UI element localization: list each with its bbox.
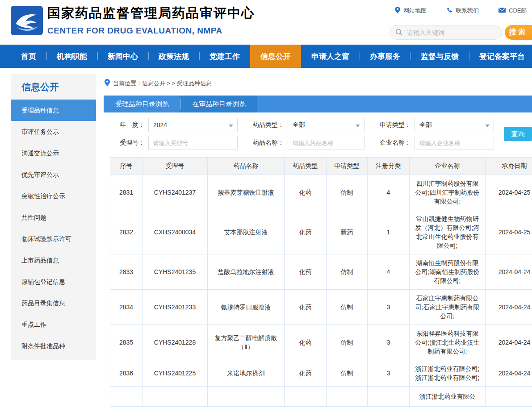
table-cell: 浙江浙北药业有限公司;浙江浙北药业有限公司; [410, 360, 486, 387]
sidebar-item-clinical-trial-implied-license[interactable]: 临床试验默示许可 [11, 228, 96, 250]
table-cell: 2024-04-25 [486, 175, 532, 210]
drug-type-field: 药品类型： 全部 [249, 118, 364, 132]
top-link-site-map[interactable]: 网站地图 [395, 7, 427, 15]
breadcrumb: 当前位置：信息公开 > > 受理品种信息 [105, 79, 532, 87]
top-link-label: CDE邮 [509, 7, 527, 15]
table-cell: CYHS2401237 [142, 175, 208, 210]
sidebar-item-marketed-drugs[interactable]: 上市药品信息 [11, 250, 96, 271]
table-cell: 3 [368, 290, 410, 325]
accept-no-input[interactable] [148, 136, 238, 150]
mail-icon [498, 7, 506, 15]
company-input[interactable] [415, 136, 494, 150]
table-cell: 2833 [110, 254, 142, 290]
drug-name-field: 药品名称： [249, 136, 364, 150]
nav-item-news-center[interactable]: 新闻中心 [97, 45, 148, 68]
table-row: 浙江浙北药业有限公 [110, 387, 532, 407]
tab-accepted-catalog[interactable]: 受理品种目录浏览 [104, 96, 180, 112]
sidebar-item-excipients-registration[interactable]: 原辅包登记信息 [11, 271, 96, 292]
search-input[interactable] [390, 25, 502, 39]
table-cell: 4 [368, 254, 410, 290]
sidebar-item-communication[interactable]: 沟通交流公示 [11, 142, 96, 164]
table-cell: 2831 [110, 175, 142, 210]
top-link-contact-us[interactable]: 联系我们 [446, 7, 479, 15]
table-cell: 化药 [285, 325, 327, 360]
sidebar-item-key-work[interactable]: 重点工作 [11, 314, 96, 335]
sidebar-item-drug-catalog[interactable]: 药品目录集信息 [11, 292, 96, 314]
sidebar-item-common-issues[interactable]: 共性问题 [11, 207, 96, 228]
results-table: 序号受理号药品名称药品类型申请类型注册分类企业名称承办日期 2831CYHS24… [110, 157, 532, 407]
table-cell: 浙江浙北药业有限公 [410, 387, 486, 407]
table-cell [142, 387, 208, 407]
year-select[interactable]: 2024 [148, 118, 238, 132]
column-header: 药品类型 [285, 158, 327, 175]
nav-item-supervision-feedback[interactable]: 监督与反馈 [411, 45, 469, 68]
apply-type-field: 申请类型： 全部 [376, 118, 494, 132]
tab-under-review-catalog[interactable]: 在审品种目录浏览 [180, 96, 257, 112]
apply-type-label: 申请类型： [376, 121, 411, 129]
drug-name-input[interactable] [288, 136, 364, 150]
table-cell: 仿制 [327, 325, 368, 360]
table-cell: 1 [368, 210, 410, 254]
table-cell: 四川汇宇制药股份有限公司;四川汇宇制药股份有限公司; [410, 175, 486, 210]
table-cell: 2024-04-24 [486, 325, 532, 360]
table-cell: 化药 [285, 290, 327, 325]
nav-item-applicant-window[interactable]: 申请人之窗 [301, 45, 360, 68]
content: 信息公开 受理品种信息审评任务公示沟通交流公示优先审评公示突破性治疗公示共性问题… [0, 68, 532, 407]
drug-type-label: 药品类型： [249, 121, 284, 129]
table-row: 2831CYHS2401237羧基麦芽糖铁注射液化药仿制4四川汇宇制药股份有限公… [110, 175, 532, 210]
main-nav: 首页机构职能新闻中心政策法规党建工作信息公开申请人之窗办事服务监督与反馈登记备案… [0, 45, 532, 68]
table-cell: 米诺地尔搽剂 [208, 360, 285, 387]
nav-item-registration-platform[interactable]: 登记备案平台 [469, 45, 532, 68]
table-cell: 2024-04-24 [486, 360, 532, 387]
nav-item-policies-regulations[interactable]: 政策法规 [148, 45, 199, 68]
table-cell: 化药 [285, 175, 327, 210]
chevron-down-icon [229, 125, 233, 127]
nav-item-party-building[interactable]: 党建工作 [199, 45, 250, 68]
column-header: 药品名称 [208, 158, 285, 175]
table-cell: CYHS2401228 [142, 325, 208, 360]
query-button[interactable]: 查询 [504, 127, 532, 141]
table-cell: 2835 [110, 325, 142, 360]
sidebar-item-breakthrough-therapy[interactable]: 突破性治疗公示 [11, 185, 96, 207]
table-cell: 2024-04-24 [486, 254, 532, 290]
sidebar-item-review-tasks[interactable]: 审评任务公示 [11, 121, 96, 142]
table-cell: 2832 [110, 210, 142, 254]
table-cell: 新药 [327, 210, 368, 254]
drug-type-select[interactable]: 全部 [288, 118, 364, 132]
cde-logo[interactable] [11, 6, 43, 35]
column-header: 注册分类 [368, 158, 410, 175]
search-button[interactable]: 搜索 [505, 25, 532, 40]
map-pin-icon [395, 7, 400, 15]
table-cell: 仿制 [327, 290, 368, 325]
table-cell: 4 [368, 175, 410, 210]
company-label: 企业名称： [376, 139, 411, 147]
nav-item-home[interactable]: 首页 [11, 45, 46, 68]
chevron-down-icon [356, 125, 360, 127]
table-cell: 湖南恒生制药股份有限公司;湖南恒生制药股份有限公司; [410, 254, 486, 290]
sidebar-item-accepted-varieties[interactable]: 受理品种信息 [11, 100, 96, 121]
filter-row-1: 年 度： 2024 药品类型： 全部 [110, 118, 494, 132]
results-table-wrap: 序号受理号药品名称药品类型申请类型注册分类企业名称承办日期 2831CYHS24… [110, 157, 532, 407]
column-header: 承办日期 [486, 158, 532, 175]
table-cell: 2024-04-25 [486, 210, 532, 254]
table-cell [285, 387, 327, 407]
table-cell: CYHS2401235 [142, 254, 208, 290]
apply-type-select[interactable]: 全部 [415, 118, 494, 132]
table-cell: 化药 [285, 254, 327, 290]
table-cell: 2024-04-24 [486, 290, 532, 325]
drug-name-label: 药品名称： [249, 139, 284, 147]
nav-item-info-disclosure[interactable]: 信息公开 [250, 45, 301, 68]
site-title: 国家药品监督管理局药品审评中心 [47, 4, 255, 22]
nav-item-services[interactable]: 办事服务 [360, 45, 411, 68]
nav-item-org-functions[interactable]: 机构职能 [46, 45, 97, 68]
year-field: 年 度： 2024 [110, 118, 238, 132]
contact-icon [446, 7, 452, 15]
table-cell: 2836 [110, 360, 142, 387]
sidebar-item-conditional-approval[interactable]: 附条件批准品种 [11, 335, 96, 357]
accept-no-label: 受理号： [110, 139, 145, 147]
table-cell: CYHS2401233 [142, 290, 208, 325]
top-link-cde-mail[interactable]: CDE邮 [498, 7, 527, 15]
sidebar-item-priority-review[interactable]: 优先审评公示 [11, 164, 96, 185]
table-cell: 化药 [285, 360, 327, 387]
table-cell [368, 387, 410, 407]
